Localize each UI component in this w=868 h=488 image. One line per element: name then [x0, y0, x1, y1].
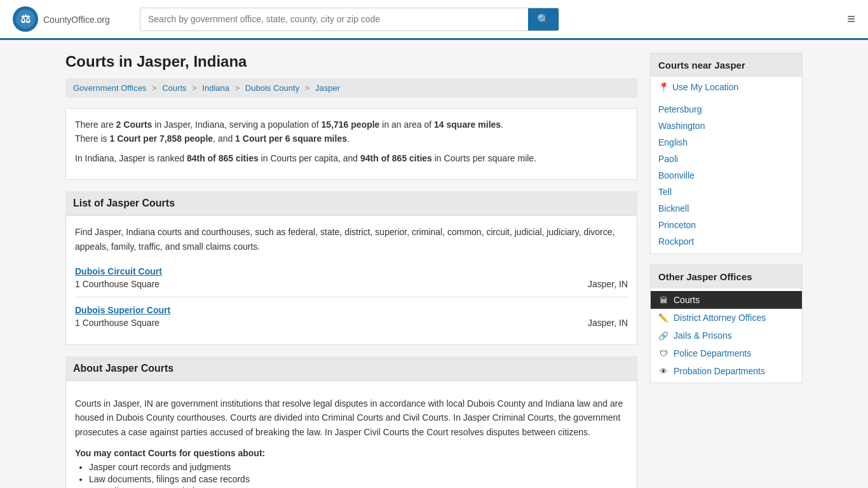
nearby-cities-list: Petersburg Washington English Paoli Boon…	[651, 97, 802, 254]
office-jails-link[interactable]: Jails & Prisons	[674, 330, 732, 341]
info-line-2: In Indiana, Jasper is ranked 84th of 865…	[75, 151, 628, 165]
info-line-1: There are 2 Courts in Jasper, Indiana, s…	[75, 118, 628, 146]
court-city-1: Jasper, IN	[588, 279, 628, 289]
nearby-city-3[interactable]: Paoli	[651, 151, 802, 167]
court-name-1[interactable]: Dubois Circuit Court	[75, 266, 628, 276]
courts-icon: 🏛	[658, 295, 668, 305]
contact-header: You may contact Courts for questions abo…	[75, 448, 628, 458]
court-name-2[interactable]: Dubois Superior Court	[75, 305, 628, 315]
office-police-link[interactable]: Police Departments	[674, 348, 751, 358]
list-section-header: List of Jasper Courts	[65, 191, 637, 215]
court-item-1: Dubois Circuit Court 1 Courthouse Square…	[75, 259, 628, 297]
area: 14 square miles	[434, 119, 501, 130]
about-header: About Jasper Courts	[65, 356, 637, 381]
contact-item-1: Jasper court records and judgments	[89, 462, 628, 472]
location-pin-icon: 📍	[658, 82, 669, 92]
office-courts-link[interactable]: Courts	[674, 295, 700, 305]
court-address-1: 1 Courthouse Square	[75, 279, 159, 289]
logo-text: CountyOffice.org	[43, 13, 110, 26]
breadcrumb-dubois[interactable]: Dubois County	[245, 83, 299, 93]
courts-near-box: Courts near Jasper 📍 Use My Location Pet…	[650, 53, 803, 254]
office-probation[interactable]: 👁 Probation Departments	[651, 362, 802, 380]
contact-list: Jasper court records and judgments Law d…	[75, 462, 628, 488]
use-my-location-link[interactable]: Use My Location	[672, 82, 738, 92]
breadcrumb-indiana[interactable]: Indiana	[202, 83, 229, 93]
logo-name: CountyOffice	[43, 15, 95, 25]
breadcrumb-jasper[interactable]: Jasper	[315, 83, 340, 93]
nearby-city-7[interactable]: Princeton	[651, 217, 802, 233]
nearby-city-4[interactable]: Boonville	[651, 167, 802, 184]
court-city-2: Jasper, IN	[588, 318, 628, 328]
courts-list-box: Find Jasper, Indiana courts and courthou…	[65, 215, 637, 345]
logo-suffix: .org	[95, 15, 110, 25]
about-box: Courts in Jasper, IN are government inst…	[65, 381, 637, 488]
courts-count: 2 Courts	[116, 119, 153, 130]
other-offices-box: Other Jasper Offices 🏛 Courts ✏️ Distric…	[650, 264, 803, 383]
nearby-city-0[interactable]: Petersburg	[651, 101, 802, 118]
office-police[interactable]: 🛡 Police Departments	[651, 344, 802, 362]
use-location[interactable]: 📍 Use My Location	[651, 77, 802, 97]
other-offices-title: Other Jasper Offices	[651, 265, 802, 288]
info-box: There are 2 Courts in Jasper, Indiana, s…	[65, 108, 637, 180]
svg-text:⚖: ⚖	[20, 13, 31, 25]
main-content: Courts in Jasper, Indiana Government Off…	[65, 53, 637, 488]
courts-near-title: Courts near Jasper	[651, 53, 802, 77]
breadcrumb-sep-2: >	[192, 83, 197, 93]
header: ⚖ CountyOffice.org 🔍 ≡	[0, 0, 868, 40]
nearby-city-2[interactable]: English	[651, 134, 802, 151]
rank-mile: 94th of 865 cities	[360, 153, 432, 163]
rank-capita: 84th of 865 cities	[187, 153, 259, 163]
police-icon: 🛡	[658, 349, 668, 358]
nearby-city-5[interactable]: Tell	[651, 184, 802, 200]
list-description: Find Jasper, Indiana courts and courthou…	[75, 225, 628, 254]
district-attorney-icon: ✏️	[658, 313, 668, 323]
population: 15,716 people	[322, 119, 380, 130]
page-title: Courts in Jasper, Indiana	[65, 53, 637, 71]
court-per-person: 1 Court per 7,858 people	[109, 133, 213, 144]
nearby-city-6[interactable]: Bicknell	[651, 200, 802, 217]
office-courts[interactable]: 🏛 Courts	[651, 291, 802, 309]
office-list: 🏛 Courts ✏️ District Attorney Offices 🔗 …	[651, 288, 802, 383]
logo: ⚖ CountyOffice.org	[13, 6, 127, 32]
court-details-1: 1 Courthouse Square Jasper, IN	[75, 279, 628, 289]
court-address-2: 1 Courthouse Square	[75, 318, 159, 328]
breadcrumb-courts[interactable]: Courts	[162, 83, 186, 93]
page-container: Courts in Jasper, Indiana Government Off…	[53, 40, 815, 488]
court-item-2: Dubois Superior Court 1 Courthouse Squar…	[75, 297, 628, 336]
court-details-2: 1 Courthouse Square Jasper, IN	[75, 318, 628, 328]
nearby-city-1[interactable]: Washington	[651, 118, 802, 134]
office-district-attorney[interactable]: ✏️ District Attorney Offices	[651, 309, 802, 327]
breadcrumb-sep-3: >	[235, 83, 240, 93]
breadcrumb-sep-4: >	[305, 83, 310, 93]
jails-icon: 🔗	[658, 331, 668, 341]
search-input[interactable]	[140, 8, 528, 30]
logo-icon: ⚖	[13, 6, 38, 32]
about-text: Courts in Jasper, IN are government inst…	[75, 396, 628, 439]
breadcrumb-sep-1: >	[152, 83, 157, 93]
sidebar: Courts near Jasper 📍 Use My Location Pet…	[650, 53, 803, 488]
breadcrumb-gov-offices[interactable]: Government Offices	[73, 83, 146, 93]
office-probation-link[interactable]: Probation Departments	[674, 366, 765, 376]
office-da-link[interactable]: District Attorney Offices	[674, 313, 766, 323]
probation-icon: 👁	[658, 367, 668, 376]
search-bar: 🔍	[140, 8, 559, 31]
breadcrumb: Government Offices > Courts > Indiana > …	[65, 78, 637, 98]
search-button[interactable]: 🔍	[528, 8, 559, 30]
office-jails-prisons[interactable]: 🔗 Jails & Prisons	[651, 327, 802, 344]
menu-button[interactable]: ≡	[847, 11, 855, 27]
contact-item-2: Law documents, filings and case records	[89, 474, 628, 484]
nearby-city-8[interactable]: Rockport	[651, 233, 802, 250]
court-per-mile: 1 Court per 6 square miles	[235, 133, 347, 144]
